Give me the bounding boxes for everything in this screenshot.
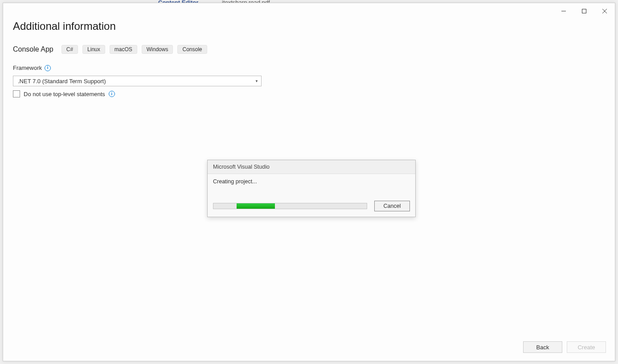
- close-icon: [602, 9, 607, 13]
- progress-fill: [237, 203, 275, 209]
- framework-label-row: Framework i: [13, 65, 51, 71]
- dialog-body: Creating project... Cancel: [208, 174, 415, 217]
- cancel-button[interactable]: Cancel: [374, 201, 410, 211]
- back-button[interactable]: Back: [523, 341, 562, 353]
- minimize-button[interactable]: [553, 5, 574, 17]
- maximize-button[interactable]: [574, 5, 594, 17]
- dialog-bottom-row: Cancel: [213, 201, 410, 211]
- framework-selected-value: .NET 7.0 (Standard Term Support): [18, 78, 106, 85]
- info-icon[interactable]: i: [45, 65, 51, 71]
- top-level-statements-checkbox[interactable]: [13, 90, 20, 97]
- tag-macos: macOS: [110, 45, 137, 54]
- template-name: Console App: [13, 45, 53, 53]
- footer-buttons: Back Create: [523, 341, 606, 353]
- tag-csharp: C#: [61, 45, 78, 54]
- template-row: Console App C# Linux macOS Windows Conso…: [13, 45, 207, 54]
- window-titlebar: [553, 3, 615, 16]
- progress-dialog: Microsoft Visual Studio Creating project…: [207, 160, 416, 217]
- top-level-statements-row: Do not use top-level statements i: [13, 90, 115, 97]
- dialog-message: Creating project...: [213, 178, 410, 185]
- wizard-window: Additional information Console App C# Li…: [3, 3, 615, 361]
- dialog-title: Microsoft Visual Studio: [208, 160, 415, 174]
- info-icon[interactable]: i: [109, 91, 115, 97]
- page-title: Additional information: [13, 20, 116, 32]
- progress-bar: [213, 203, 367, 209]
- tag-linux: Linux: [82, 45, 105, 54]
- close-button[interactable]: [594, 5, 615, 17]
- tag-windows: Windows: [142, 45, 173, 54]
- create-button: Create: [567, 341, 606, 353]
- tag-console: Console: [177, 45, 207, 54]
- framework-label: Framework: [13, 65, 42, 71]
- svg-rect-1: [582, 9, 586, 13]
- minimize-icon: [561, 9, 566, 13]
- maximize-icon: [582, 9, 586, 13]
- framework-dropdown[interactable]: .NET 7.0 (Standard Term Support) ▼: [13, 76, 262, 86]
- chevron-down-icon: ▼: [255, 79, 258, 83]
- top-level-statements-label: Do not use top-level statements: [24, 91, 105, 97]
